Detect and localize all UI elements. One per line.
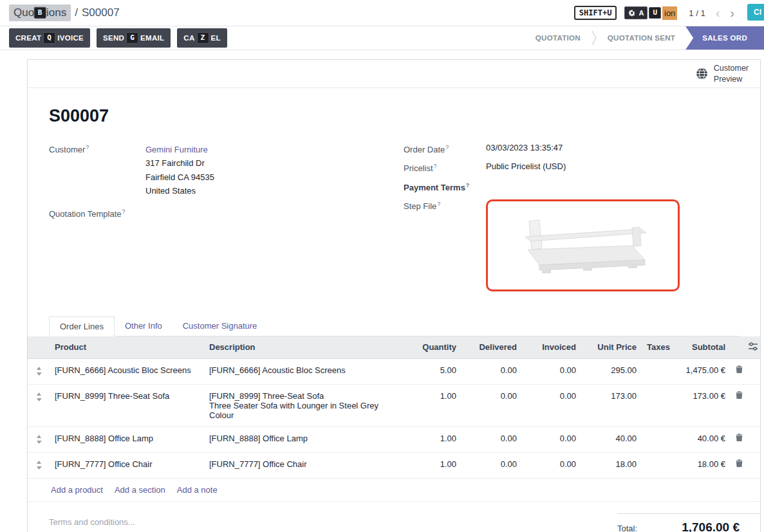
status-step-sales-order[interactable]: SALES ORD [685, 26, 764, 50]
terms-placeholder[interactable]: Terms and conditions... [49, 517, 135, 527]
cell-delivered[interactable]: 0.00 [461, 427, 522, 452]
drag-handle[interactable] [28, 358, 50, 384]
add-product-link[interactable]: Add a product [51, 485, 103, 495]
cell-description[interactable]: [FURN_8888] Office Lamp [204, 427, 402, 452]
create-invoice-button[interactable]: CREAT Q IVOICE [9, 28, 90, 48]
shortcut-hint-z: Z [197, 32, 209, 44]
customer-label: Customer? [49, 143, 145, 198]
delete-line-button[interactable] [731, 358, 746, 384]
tab-order-lines[interactable]: Order Lines [49, 316, 115, 336]
shortcut-hint-a: A [638, 9, 644, 17]
drag-handle[interactable] [28, 427, 50, 452]
drag-handle-icon [36, 392, 42, 401]
cell-unit-price[interactable]: 18.00 [581, 452, 642, 478]
field-order-date: Order Date? 03/03/2023 13:35:47 [404, 143, 739, 154]
order-line-row: [FURN_7777] Office Chair [FURN_7777] Off… [28, 452, 760, 478]
shortcut-hint-q: Q [43, 32, 55, 44]
pager-prev-icon[interactable]: ‹ [716, 6, 720, 19]
order-line-row: [FURN_8888] Office Lamp [FURN_8888] Offi… [28, 427, 760, 452]
cell-description[interactable]: [FURN_6666] Acoustic Bloc Screens [204, 358, 402, 384]
cell-delivered[interactable]: 0.00 [461, 452, 522, 478]
top-bar: Quotations B / S00007 SHIFT+U A U ion 1 … [0, 0, 764, 26]
cell-invoiced[interactable]: 0.00 [522, 452, 581, 478]
action-menu-button[interactable]: A U ion [624, 6, 677, 20]
cell-description[interactable]: [FURN_7777] Office Chair [204, 452, 402, 478]
cell-quantity[interactable]: 5.00 [402, 358, 461, 384]
tab-customer-signature[interactable]: Customer Signature [172, 316, 268, 336]
breadcrumb-separator: / [75, 6, 78, 19]
create-invoice-label-post: IVOICE [57, 34, 84, 42]
customer-street: 317 Fairchild Dr [145, 156, 214, 170]
add-section-link[interactable]: Add a section [115, 485, 165, 495]
field-payment-terms: Payment Terms? [404, 181, 739, 192]
drag-handle[interactable] [28, 452, 50, 478]
cell-product[interactable]: [FURN_7777] Office Chair [50, 452, 204, 478]
cell-delivered[interactable]: 0.00 [461, 384, 522, 427]
cell-invoiced[interactable]: 0.00 [522, 427, 581, 452]
field-step-file: Step File? [404, 199, 739, 291]
add-note-link[interactable]: Add a note [177, 485, 218, 495]
trash-icon [736, 459, 743, 468]
notebook-tabs: Order Lines Other Info Customer Signatur… [49, 316, 739, 336]
cell-taxes[interactable] [642, 384, 671, 427]
cell-quantity[interactable]: 1.00 [402, 384, 461, 427]
status-step-quotation[interactable]: QUOTATION [525, 26, 591, 50]
cell-taxes[interactable] [642, 427, 671, 452]
cell-quantity[interactable]: 1.00 [402, 452, 461, 478]
order-date-value[interactable]: 03/03/2023 13:35:47 [486, 143, 563, 154]
cell-unit-price[interactable]: 173.00 [581, 384, 642, 427]
customer-name-link[interactable]: Gemini Furniture [145, 145, 208, 154]
cell-invoiced[interactable]: 0.00 [522, 358, 581, 384]
column-options-icon[interactable] [749, 342, 758, 351]
cell-delivered[interactable]: 0.00 [461, 358, 522, 384]
trash-icon [736, 365, 743, 374]
pricelist-label: Pricelist? [404, 161, 486, 173]
help-icon: ? [445, 144, 449, 151]
handle-column-header [28, 336, 50, 359]
trash-icon [736, 434, 743, 442]
status-step-quotation-sent[interactable]: QUOTATION SENT [597, 26, 685, 50]
help-icon: ? [437, 201, 440, 207]
help-icon: ? [86, 144, 89, 151]
column-header-unit-price: Unit Price [581, 336, 642, 359]
send-email-label-post: EMAIL [140, 34, 164, 42]
breadcrumb-parent-link[interactable]: Quotations B [9, 5, 71, 21]
delete-line-button[interactable] [731, 427, 746, 452]
cell-product[interactable]: [FURN_8888] Office Lamp [50, 427, 204, 452]
cell-product[interactable]: [FURN_8999] Three-Seat Sofa [50, 384, 204, 427]
cell-product[interactable]: [FURN_6666] Acoustic Bloc Screens [50, 358, 204, 384]
customer-preview-link[interactable]: Customer Preview [714, 63, 749, 84]
corner-teal-button[interactable]: Cl [747, 4, 764, 21]
cell-taxes[interactable] [642, 358, 671, 384]
breadcrumb: Quotations B / S00007 [9, 5, 120, 21]
gear-icon [628, 9, 636, 17]
send-email-button[interactable]: SEND G EMAIL [97, 28, 171, 48]
spacer-cell [746, 384, 760, 427]
quotation-form-card: Customer Preview S00007 Customer? Gemini… [27, 59, 761, 532]
pricelist-value[interactable]: Public Pricelist (USD) [486, 161, 566, 173]
pager-next-icon[interactable]: › [730, 6, 734, 19]
cell-description[interactable]: [FURN_8999] Three-Seat Sofa Three Seater… [204, 384, 402, 427]
cell-invoiced[interactable]: 0.00 [522, 384, 581, 427]
step-file-image[interactable] [486, 199, 680, 291]
optional-columns-header [746, 336, 760, 359]
cell-taxes[interactable] [642, 452, 671, 478]
cancel-button[interactable]: CA Z EL [177, 28, 227, 48]
gear-chip: A [624, 6, 648, 19]
delete-line-button[interactable] [731, 452, 746, 478]
column-header-subtotal: Subtotal [671, 336, 731, 359]
totals-block: Total: 1,706.00 € [617, 513, 760, 532]
order-lines-table: Product Description Quantity Delivered I… [28, 336, 760, 479]
help-icon: ? [122, 208, 126, 215]
cell-quantity[interactable]: 1.00 [402, 427, 461, 452]
pager-count: 1 / 1 [689, 8, 705, 18]
drag-handle-icon [36, 435, 42, 444]
drag-handle-icon [36, 367, 42, 376]
delete-line-button[interactable] [731, 384, 746, 427]
tab-other-info[interactable]: Other Info [115, 316, 172, 336]
table-header-row: Product Description Quantity Delivered I… [28, 336, 760, 359]
drag-handle[interactable] [28, 384, 50, 427]
cell-unit-price[interactable]: 40.00 [581, 427, 642, 452]
cancel-label-pre: CA [183, 34, 194, 42]
cell-unit-price[interactable]: 295.00 [581, 358, 642, 384]
